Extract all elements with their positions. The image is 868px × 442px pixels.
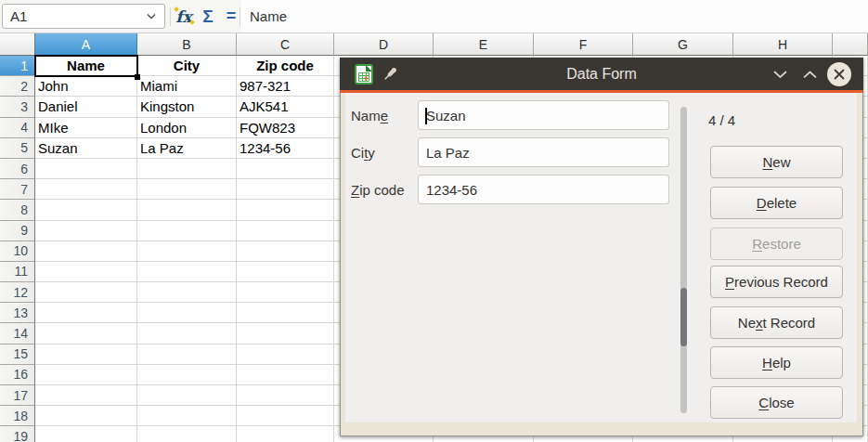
cell-A8[interactable] bbox=[35, 200, 137, 220]
close-dialog-button[interactable] bbox=[827, 62, 851, 86]
cell-A1[interactable]: Name bbox=[35, 56, 137, 76]
row-header-16[interactable]: 16 bbox=[0, 365, 35, 385]
row-header-8[interactable]: 8 bbox=[0, 200, 35, 220]
row-header-4[interactable]: 4 bbox=[0, 118, 35, 138]
cell-A5[interactable]: Suzan bbox=[35, 138, 137, 159]
row-header-5[interactable]: 5 bbox=[0, 138, 35, 159]
cell-B7[interactable] bbox=[137, 179, 237, 200]
row-header-15[interactable]: 15 bbox=[0, 344, 35, 365]
cell-C19[interactable] bbox=[237, 426, 334, 442]
cell-reference-box[interactable]: A1 bbox=[2, 4, 165, 29]
column-header-partial[interactable] bbox=[833, 33, 868, 56]
formula-input[interactable]: Name bbox=[241, 0, 868, 32]
cell-C6[interactable] bbox=[237, 159, 334, 179]
zip-code-field[interactable]: 1234-56 bbox=[418, 175, 669, 204]
new-button[interactable]: New bbox=[710, 146, 843, 178]
cell-A16[interactable] bbox=[35, 365, 137, 385]
cell-C10[interactable] bbox=[237, 241, 334, 262]
row-header-11[interactable]: 11 bbox=[0, 262, 35, 282]
cell-B12[interactable] bbox=[137, 282, 237, 303]
row-header-7[interactable]: 7 bbox=[0, 179, 35, 200]
cell-C2[interactable]: 987-321 bbox=[237, 76, 334, 97]
cell-C12[interactable] bbox=[237, 282, 334, 303]
cell-A4[interactable]: MIke bbox=[35, 118, 137, 138]
cell-B11[interactable] bbox=[137, 262, 237, 282]
cell-A2[interactable]: John bbox=[35, 76, 137, 97]
help-button[interactable]: Help bbox=[710, 346, 843, 379]
cell-C18[interactable] bbox=[237, 406, 334, 426]
column-header-A[interactable]: A bbox=[35, 33, 137, 56]
cell-B18[interactable] bbox=[137, 406, 237, 426]
row-header-17[interactable]: 17 bbox=[0, 385, 35, 406]
cell-B1[interactable]: City bbox=[137, 56, 237, 76]
sum-icon[interactable]: Σ bbox=[197, 0, 219, 32]
cell-C11[interactable] bbox=[237, 262, 334, 282]
cell-A18[interactable] bbox=[35, 406, 137, 426]
city-field[interactable]: La Paz bbox=[418, 137, 669, 167]
cell-B14[interactable] bbox=[137, 323, 237, 344]
row-header-10[interactable]: 10 bbox=[0, 241, 35, 262]
cell-C15[interactable] bbox=[237, 344, 334, 365]
cell-A7[interactable] bbox=[35, 179, 137, 200]
cell-B8[interactable] bbox=[137, 200, 237, 220]
cell-A15[interactable] bbox=[35, 344, 137, 365]
cell-C1[interactable]: Zip code bbox=[237, 56, 334, 76]
row-header-1[interactable]: 1 bbox=[0, 56, 35, 76]
select-all-corner[interactable] bbox=[0, 33, 35, 56]
cell-C9[interactable] bbox=[237, 221, 334, 241]
cell-B5[interactable]: La Paz bbox=[137, 138, 237, 159]
cell-B2[interactable]: Miami bbox=[137, 76, 237, 97]
row-header-6[interactable]: 6 bbox=[0, 159, 35, 179]
column-header-C[interactable]: C bbox=[237, 33, 334, 56]
cell-C7[interactable] bbox=[237, 179, 334, 200]
row-header-13[interactable]: 13 bbox=[0, 303, 35, 323]
close-button[interactable]: Close bbox=[710, 386, 843, 419]
next-record-button[interactable]: Next Record bbox=[710, 306, 843, 339]
cell-B6[interactable] bbox=[137, 159, 237, 179]
chevron-up-icon[interactable] bbox=[803, 71, 817, 79]
cell-A6[interactable] bbox=[35, 159, 137, 179]
cell-C17[interactable] bbox=[237, 385, 334, 406]
row-header-14[interactable]: 14 bbox=[0, 323, 35, 344]
cell-B17[interactable] bbox=[137, 385, 237, 406]
chevron-down-icon[interactable] bbox=[773, 71, 787, 79]
column-header-D[interactable]: D bbox=[334, 33, 434, 56]
row-header-9[interactable]: 9 bbox=[0, 221, 35, 241]
cell-C14[interactable] bbox=[237, 323, 334, 344]
cell-C8[interactable] bbox=[237, 200, 334, 220]
cell-B15[interactable] bbox=[137, 344, 237, 365]
cell-C4[interactable]: FQW823 bbox=[237, 118, 334, 138]
cell-B13[interactable] bbox=[137, 303, 237, 323]
cell-C3[interactable]: AJK541 bbox=[237, 97, 334, 117]
previous-record-button[interactable]: Previous Record bbox=[710, 266, 843, 298]
row-header-18[interactable]: 18 bbox=[0, 406, 35, 426]
column-header-F[interactable]: F bbox=[534, 33, 633, 56]
cell-A11[interactable] bbox=[35, 262, 137, 282]
fill-handle[interactable] bbox=[135, 74, 140, 80]
cell-C13[interactable] bbox=[237, 303, 334, 323]
scrollbar-thumb[interactable] bbox=[680, 288, 687, 346]
cell-C16[interactable] bbox=[237, 365, 334, 385]
cell-A14[interactable] bbox=[35, 323, 137, 344]
name-field[interactable]: Suzan bbox=[418, 100, 669, 130]
cell-B19[interactable] bbox=[137, 426, 237, 442]
cell-A13[interactable] bbox=[35, 303, 137, 323]
column-header-G[interactable]: G bbox=[633, 33, 733, 56]
cell-B3[interactable]: Kingston bbox=[137, 97, 237, 117]
cell-C5[interactable]: 1234-56 bbox=[237, 138, 334, 159]
column-header-H[interactable]: H bbox=[733, 33, 833, 56]
delete-button[interactable]: Delete bbox=[710, 187, 843, 219]
chevron-down-icon[interactable] bbox=[146, 13, 157, 20]
cell-A17[interactable] bbox=[35, 385, 137, 406]
row-header-2[interactable]: 2 bbox=[0, 76, 35, 97]
function-wizard-icon[interactable]: fx bbox=[173, 0, 195, 32]
cell-A9[interactable] bbox=[35, 221, 137, 241]
cell-B10[interactable] bbox=[137, 241, 237, 262]
cell-A10[interactable] bbox=[35, 241, 137, 262]
row-header-19[interactable]: 19 bbox=[0, 426, 35, 442]
cell-A3[interactable]: Daniel bbox=[35, 97, 137, 117]
cell-A12[interactable] bbox=[35, 282, 137, 303]
cell-A19[interactable] bbox=[35, 426, 137, 442]
row-header-12[interactable]: 12 bbox=[0, 282, 35, 303]
cell-B9[interactable] bbox=[137, 221, 237, 241]
